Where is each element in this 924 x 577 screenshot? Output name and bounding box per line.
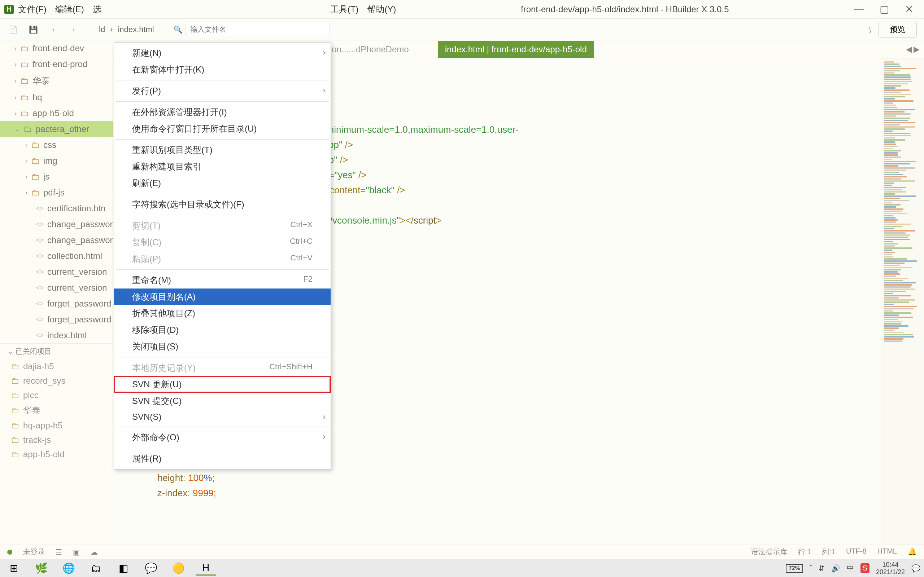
breadcrumb[interactable]: ld › index.html: [99, 25, 154, 34]
context-menu-item[interactable]: 重命名(M)F2: [114, 272, 331, 288]
context-menu-item[interactable]: 在外部资源管理器打开(I): [114, 104, 331, 121]
closed-projects-header[interactable]: ⌄ 已关闭项目: [0, 343, 113, 359]
subfolder[interactable]: ›🗀img: [0, 153, 113, 169]
language-indicator[interactable]: 中: [847, 563, 854, 573]
breadcrumb-separator: ›: [110, 25, 113, 34]
search-input[interactable]: [186, 23, 330, 36]
context-menu-item[interactable]: SVN 提交(C): [114, 393, 331, 409]
closed-project-item[interactable]: 🗀track-js: [0, 433, 113, 447]
nav-back-icon[interactable]: ‹: [48, 24, 59, 35]
tab-scroll-left-icon[interactable]: ◀: [906, 45, 912, 54]
cloud-icon[interactable]: ☁: [90, 548, 98, 556]
folder-icon: 🗀: [11, 390, 19, 400]
terminal-icon[interactable]: ▣: [73, 548, 80, 556]
file-item[interactable]: <>forget_password: [0, 296, 113, 311]
closed-project-item[interactable]: 🗀record_sys: [0, 374, 113, 388]
closed-project-item[interactable]: 🗀hq-app-h5: [0, 418, 113, 433]
maximize-icon[interactable]: ▢: [880, 3, 889, 15]
menu-edit[interactable]: 编辑(E): [55, 3, 84, 15]
context-menu-item[interactable]: 重新构建项目索引: [114, 158, 331, 175]
project-folder[interactable]: ›🗀华泰: [0, 72, 113, 89]
file-item[interactable]: <>current_version: [0, 264, 113, 280]
file-item[interactable]: <>index.html: [0, 327, 113, 343]
closed-project-item[interactable]: 🗀华泰: [0, 403, 113, 418]
context-menu-item[interactable]: 刷新(E): [114, 175, 331, 192]
file-item[interactable]: <>current_version: [0, 280, 113, 296]
chevron-icon: ›: [25, 157, 27, 165]
network-icon[interactable]: ⇵: [819, 564, 825, 573]
context-menu-item[interactable]: 字符搜索(选中目录或文件)(F): [114, 196, 331, 213]
menu-select-truncated[interactable]: 选: [93, 3, 102, 15]
file-item[interactable]: <>change_passwor: [0, 216, 113, 232]
chevron-icon: ›: [25, 173, 27, 181]
context-menu-item[interactable]: 重新识别项目类型(T): [114, 142, 331, 158]
project-folder[interactable]: ›🗀front-end-prod: [0, 56, 113, 72]
filter-icon[interactable]: ⟆: [868, 25, 871, 34]
new-file-icon[interactable]: 📄: [7, 24, 19, 35]
start-icon[interactable]: ⊞: [3, 561, 24, 575]
context-menu-item[interactable]: 属性(R): [114, 450, 331, 467]
context-menu-item[interactable]: 新建(N)›: [114, 45, 331, 61]
closed-project-item[interactable]: 🗀picc: [0, 388, 113, 403]
breadcrumb-segment[interactable]: ld: [99, 25, 105, 34]
menu-file[interactable]: 文件(F): [18, 3, 47, 15]
volume-icon[interactable]: 🔊: [831, 564, 840, 573]
save-icon[interactable]: 💾: [27, 24, 39, 35]
file-item[interactable]: <>certification.htn: [0, 200, 113, 216]
context-menu-item[interactable]: 使用命令行窗口打开所在目录(U): [114, 121, 331, 137]
encoding[interactable]: UTF-8: [846, 547, 867, 557]
context-menu-item[interactable]: 发行(P)›: [114, 82, 331, 99]
syntax-library[interactable]: 语法提示库: [751, 547, 787, 557]
view-icon[interactable]: ☰: [56, 548, 62, 556]
clock[interactable]: 10:44 2021/1/22: [876, 561, 905, 575]
search-icon[interactable]: 🔍: [174, 25, 183, 34]
menu-tools[interactable]: 工具(T): [330, 3, 359, 15]
html-file-icon: <>: [36, 316, 44, 324]
preview-button[interactable]: 预览: [879, 22, 917, 37]
file-item[interactable]: <>collection.html: [0, 248, 113, 264]
minimize-icon[interactable]: —: [854, 3, 864, 15]
context-menu-item[interactable]: 在新窗体中打开(K): [114, 61, 331, 78]
minimap[interactable]: [881, 58, 924, 545]
context-menu-item[interactable]: 外部命令(O)›: [114, 429, 331, 446]
notification-icon[interactable]: 🔔: [908, 547, 917, 557]
language-mode[interactable]: HTML: [877, 547, 897, 557]
nav-forward-icon[interactable]: ›: [68, 24, 79, 35]
wechat-icon[interactable]: 💬: [141, 561, 161, 575]
login-status[interactable]: 未登录: [23, 547, 45, 557]
context-menu-item[interactable]: SVN 更新(U): [114, 376, 331, 393]
context-menu-item[interactable]: 修改项目别名(A): [114, 288, 331, 305]
subfolder[interactable]: ›🗀pdf-js: [0, 185, 113, 200]
close-icon[interactable]: ✕: [905, 3, 913, 15]
menu-help[interactable]: 帮助(Y): [367, 3, 396, 15]
app-icon-1[interactable]: 🌿: [31, 561, 51, 575]
html-file-icon: <>: [36, 268, 44, 276]
context-menu-item[interactable]: 折叠其他项目(Z): [114, 305, 331, 322]
context-menu-item[interactable]: 移除项目(D): [114, 322, 331, 338]
titlebar: H 文件(F) 编辑(E) 选 工具(T) 帮助(Y) front-end-de…: [0, 0, 924, 19]
app-icon-2[interactable]: ◧: [113, 561, 134, 575]
subfolder[interactable]: ›🗀js: [0, 169, 113, 185]
hbuilder-icon[interactable]: H: [195, 561, 216, 575]
subfolder[interactable]: ›🗀css: [0, 137, 113, 153]
explorer-icon[interactable]: 🗂: [86, 561, 106, 575]
project-folder[interactable]: ›🗀front-end-dev: [0, 40, 113, 56]
breadcrumb-segment[interactable]: index.html: [118, 25, 154, 34]
closed-project-item[interactable]: 🗀dajia-h5: [0, 359, 113, 374]
project-folder[interactable]: ›🗀app-h5-old: [0, 105, 113, 121]
file-item[interactable]: <>forget_password: [0, 311, 113, 327]
file-item[interactable]: <>change_passwor: [0, 232, 113, 248]
context-menu-item[interactable]: 关闭项目(S): [114, 338, 331, 355]
ime-icon[interactable]: S: [861, 563, 869, 573]
chrome-icon[interactable]: 🌐: [58, 561, 79, 575]
app-icon-3[interactable]: 🟡: [168, 561, 188, 575]
project-folder[interactable]: ⌄🗀pactera_other: [0, 121, 113, 137]
tray-up-icon[interactable]: ˆ: [809, 564, 812, 572]
tab-file-active[interactable]: index.html | front-end-dev/app-h5-old: [438, 41, 594, 58]
tab-scroll-right-icon[interactable]: ▶: [914, 45, 920, 54]
closed-project-item[interactable]: 🗀app-h5-old: [0, 447, 113, 462]
notifications-icon[interactable]: 💬: [911, 564, 921, 573]
project-folder[interactable]: ›🗀hq: [0, 89, 113, 105]
context-menu-item[interactable]: SVN(S)›: [114, 409, 331, 424]
battery-indicator[interactable]: 72%: [786, 564, 803, 573]
